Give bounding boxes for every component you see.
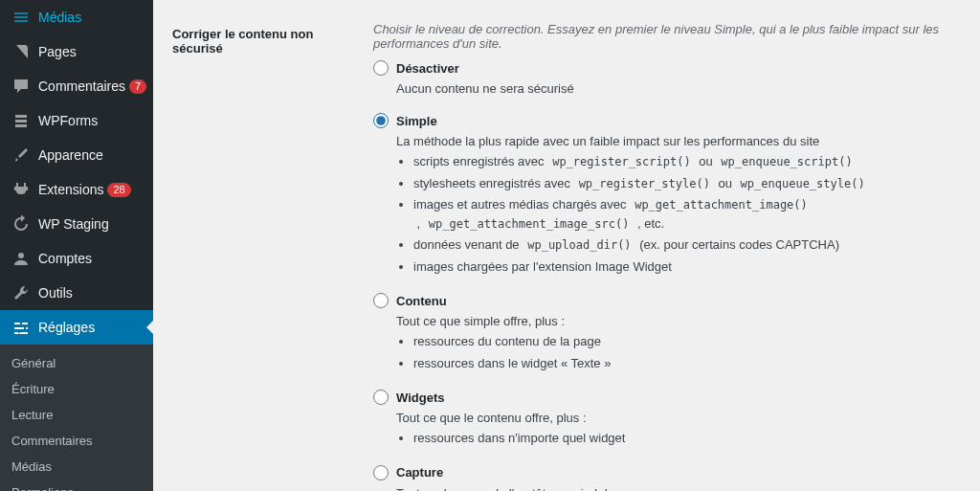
sidebar-item-media[interactable]: Médias xyxy=(0,0,153,34)
users-icon xyxy=(11,249,31,268)
option-list-item: images chargées par l'extension Image Wi… xyxy=(413,257,951,277)
sidebar-item-comment[interactable]: Commentaires7 xyxy=(0,69,153,103)
fix-level-option-off: DésactiverAucun contenu ne sera sécurisé xyxy=(373,60,951,96)
sidebar-item-label: Extensions xyxy=(38,182,103,197)
sidebar-item-label: Médias xyxy=(38,10,81,25)
option-list-item: images et autres médias chargés avec wp_… xyxy=(413,195,951,233)
media-icon xyxy=(11,8,31,27)
option-intro: La méthode la plus rapide avec un faible… xyxy=(396,134,951,148)
plugin-icon xyxy=(11,180,31,199)
submenu-item[interactable]: Médias xyxy=(0,454,153,480)
pages-icon xyxy=(11,42,31,61)
sidebar-item-wrench[interactable]: Outils xyxy=(0,276,153,310)
sidebar-item-sliders[interactable]: Réglages xyxy=(0,310,153,345)
sidebar-item-pages[interactable]: Pages xyxy=(0,34,153,69)
fix-level-option-capture: CaptureTout sur la page, de l'en-tête au… xyxy=(373,465,951,492)
option-description: Tout sur la page, de l'en-tête au pied d… xyxy=(396,486,951,492)
submenu-item[interactable]: Général xyxy=(0,350,153,376)
option-list-item: données venant de wp_upload_dir() (ex. p… xyxy=(413,235,951,255)
option-intro: Tout ce que simple offre, plus : xyxy=(396,314,951,328)
brush-icon xyxy=(11,145,31,165)
sidebar-item-label: Apparence xyxy=(38,147,103,163)
comment-icon xyxy=(11,77,31,96)
option-list: ressources du contenu de la pageressourc… xyxy=(413,332,951,372)
option-list-item: ressources dans n'importe quel widget xyxy=(413,429,951,448)
submenu-item[interactable]: Commentaires xyxy=(0,428,153,454)
fix-level-option-content: ContenuTout ce que simple offre, plus :r… xyxy=(373,293,951,372)
badge: 7 xyxy=(129,79,146,94)
submenu-item[interactable]: Lecture xyxy=(0,402,153,428)
sidebar-item-label: Comptes xyxy=(38,251,92,266)
option-description: Tout ce que simple offre, plus :ressourc… xyxy=(396,314,951,372)
sidebar-item-label: Pages xyxy=(38,44,77,59)
option-intro: Aucun contenu ne sera sécurisé xyxy=(396,81,951,96)
radio-simple[interactable] xyxy=(373,113,389,128)
code-ref: wp_enqueue_script() xyxy=(716,153,857,170)
code-ref: wp_register_script() xyxy=(547,153,696,170)
option-list-item: ressources dans le widget « Texte » xyxy=(413,354,951,373)
refresh-icon xyxy=(11,214,31,234)
submenu-item[interactable]: Écriture xyxy=(0,376,153,402)
option-description: Aucun contenu ne sera sécurisé xyxy=(396,81,951,96)
option-label[interactable]: Widgets xyxy=(396,391,444,405)
code-ref: wp_upload_dir() xyxy=(523,236,635,254)
field-body: Choisir le niveau de correction. Essayez… xyxy=(364,8,961,491)
sliders-icon xyxy=(11,318,31,337)
option-list: ressources dans n'importe quel widget xyxy=(413,429,951,448)
sidebar-item-label: Outils xyxy=(38,285,73,301)
code-ref: wp_enqueue_style() xyxy=(736,175,870,192)
field-label: Corriger le contenu non sécurisé xyxy=(172,8,364,491)
option-intro: Tout ce que le contenu offre, plus : xyxy=(396,411,951,425)
wrench-icon xyxy=(11,283,31,302)
fix-level-option-simple: SimpleLa méthode la plus rapide avec un … xyxy=(373,113,951,276)
radio-widgets[interactable] xyxy=(373,390,389,405)
option-label[interactable]: Désactiver xyxy=(396,61,459,76)
submenu-item[interactable]: Permaliens xyxy=(0,480,153,491)
sidebar-item-brush[interactable]: Apparence xyxy=(0,138,153,172)
sidebar-item-label: Réglages xyxy=(38,320,95,335)
option-intro: Tout sur la page, de l'en-tête au pied d… xyxy=(396,486,951,492)
field-description: Choisir le niveau de correction. Essayez… xyxy=(373,22,951,51)
option-list-item: scripts enregistrés avec wp_register_scr… xyxy=(413,152,951,171)
code-ref: wp_get_attachment_image() xyxy=(630,196,813,213)
sidebar-item-label: Commentaires xyxy=(38,78,125,94)
option-label[interactable]: Capture xyxy=(396,465,443,480)
sidebar-item-form[interactable]: WPForms xyxy=(0,103,153,138)
option-list-item: ressources du contenu de la page xyxy=(413,332,951,351)
option-list-item: stylesheets enregistrés avec wp_register… xyxy=(413,174,951,193)
radio-content[interactable] xyxy=(373,293,389,308)
sidebar-item-label: WP Staging xyxy=(38,216,109,232)
option-description: Tout ce que le contenu offre, plus :ress… xyxy=(396,411,951,448)
code-ref: wp_register_style() xyxy=(574,175,715,192)
option-description: La méthode la plus rapide avec un faible… xyxy=(396,134,951,276)
option-label[interactable]: Contenu xyxy=(396,294,447,308)
sidebar-item-refresh[interactable]: WP Staging xyxy=(0,207,153,241)
fix-level-option-widgets: WidgetsTout ce que le contenu offre, plu… xyxy=(373,390,951,448)
option-label[interactable]: Simple xyxy=(396,114,437,128)
badge: 28 xyxy=(107,183,130,197)
radio-capture[interactable] xyxy=(373,465,389,480)
option-list: scripts enregistrés avec wp_register_scr… xyxy=(413,152,951,276)
sidebar-item-users[interactable]: Comptes xyxy=(0,241,153,276)
settings-submenu: GénéralÉcritureLectureCommentairesMédias… xyxy=(0,345,153,491)
sidebar-item-label: WPForms xyxy=(38,113,98,128)
sidebar-item-plugin[interactable]: Extensions28 xyxy=(0,172,153,207)
code-ref: wp_get_attachment_image_src() xyxy=(424,215,635,233)
radio-off[interactable] xyxy=(373,60,389,76)
form-icon xyxy=(11,111,31,130)
settings-content: Corriger le contenu non sécurisé Choisir… xyxy=(153,0,980,491)
admin-sidebar: MédiasPagesCommentaires7WPFormsApparence… xyxy=(0,0,153,491)
